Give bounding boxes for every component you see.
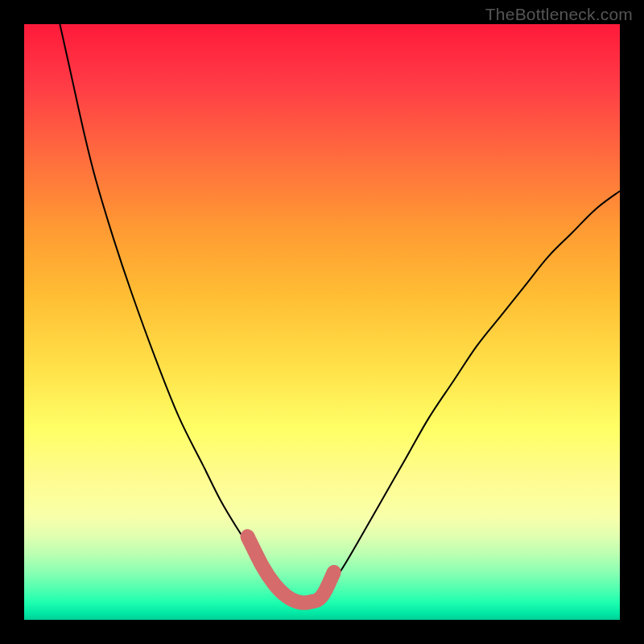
attribution-text: TheBottleneck.com xyxy=(485,5,633,24)
right-curve-line xyxy=(322,191,620,596)
valley-highlight-line xyxy=(248,536,334,602)
chart-svg xyxy=(24,24,620,620)
left-curve-line xyxy=(60,24,286,596)
chart-plot-area xyxy=(24,24,620,620)
